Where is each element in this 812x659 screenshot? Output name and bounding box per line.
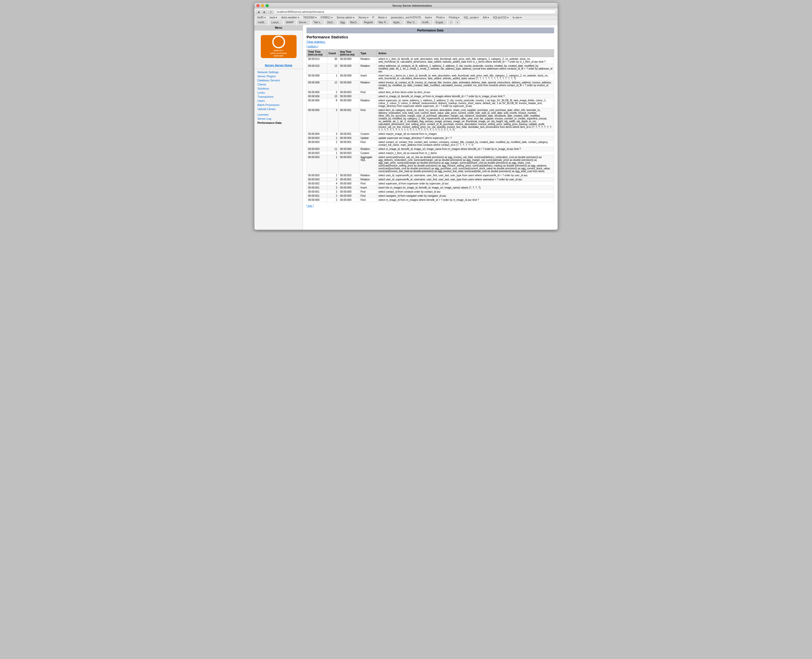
cell-avg: 00:00:001 bbox=[339, 108, 359, 132]
bm-0788911[interactable]: 0788911 ▾ bbox=[319, 16, 334, 19]
sidebar-item-licenses[interactable]: Licenses bbox=[254, 113, 303, 117]
stats-table: Total Time(mm:ss:ms) Count Avg Time(mm:s… bbox=[307, 49, 554, 202]
cell-count: 3 bbox=[327, 186, 339, 190]
cell-total: 00:00:008 bbox=[307, 80, 327, 90]
table-row: 00:00:004 3 00:00:001 Custom select max(… bbox=[307, 132, 554, 136]
cell-total: 00:00:003 bbox=[307, 140, 327, 147]
cell-total: 00:00:006 bbox=[307, 98, 327, 108]
bm-printing[interactable]: Printing ▾ bbox=[448, 16, 461, 19]
ext-register[interactable]: Register bbox=[362, 20, 375, 24]
bm-food[interactable]: food ▾ bbox=[424, 16, 433, 19]
cell-count: 2 bbox=[327, 194, 339, 198]
ext-digg[interactable]: digg bbox=[338, 20, 347, 24]
cell-avg: 00:00:000 bbox=[339, 181, 359, 186]
reload-button[interactable]: ↺ bbox=[268, 10, 273, 14]
cell-total: 00:00:001 bbox=[307, 190, 327, 194]
ext-lawye[interactable]: Lawye... bbox=[269, 20, 283, 24]
ext-mamp[interactable]: MAMP bbox=[284, 20, 296, 24]
sidebar-item-database-servers[interactable]: Database Servers bbox=[254, 78, 303, 82]
bm-tosee[interactable]: to see ▾ bbox=[511, 16, 522, 19]
logo-text: SERVOYAPPLICATIONSERVER bbox=[270, 49, 287, 57]
ext-maco[interactable]: Mac O... bbox=[405, 20, 419, 24]
close-button[interactable] bbox=[257, 4, 260, 7]
cell-avg: 00:00:008 bbox=[339, 74, 359, 80]
bm-stuff2[interactable]: Stuff2 ▾ bbox=[256, 16, 267, 19]
cell-avg: 00:00:003 bbox=[339, 155, 359, 173]
sidebar-item-upload-library[interactable]: Upload Library bbox=[254, 107, 303, 111]
ext-macs[interactable]: MacS... bbox=[348, 20, 360, 24]
sidebar-header: Menu bbox=[254, 25, 303, 30]
ext-unoffi[interactable]: Unoffi... bbox=[420, 20, 432, 24]
cell-count: 3 bbox=[327, 132, 339, 136]
cell-type: Find bbox=[359, 194, 377, 198]
bm-sqlcss[interactable]: SQL/js/CSS ▾ bbox=[492, 16, 510, 19]
bm-astro[interactable]: Astro weather ▾ bbox=[280, 16, 300, 19]
cell-avg: 00:00:001 bbox=[339, 140, 359, 147]
sidebar-item-solutions[interactable]: Solutions bbox=[254, 87, 303, 91]
sidebar-home-link[interactable]: Servoy Server Home bbox=[254, 63, 303, 68]
sidebar: Menu SERVOYAPPLICATIONSERVER Servoy Serv… bbox=[254, 25, 303, 230]
bm-sql[interactable]: SQL, jscript ▾ bbox=[463, 16, 480, 19]
cell-type: Find bbox=[359, 140, 377, 147]
sidebar-item-server-plugins[interactable]: Server Plugins bbox=[254, 74, 303, 78]
bm-music[interactable]: Music ▾ bbox=[377, 16, 388, 19]
cell-type: Find bbox=[359, 90, 377, 95]
ext-blot1[interactable]: blot1... bbox=[326, 20, 337, 24]
cell-total: 00:00:010 bbox=[307, 64, 327, 74]
bm-book[interactable]: book ▾ bbox=[269, 16, 278, 19]
ext-add[interactable]: + bbox=[455, 20, 460, 24]
table-row: 00:00:003 11 00:00:000 Relation select m… bbox=[307, 147, 554, 151]
cell-type: Relation bbox=[359, 178, 377, 181]
ext-talk[interactable]: Talk e... bbox=[312, 20, 324, 24]
cell-type: Custom bbox=[359, 151, 377, 155]
sidebar-item-network-settings[interactable]: Network Settings bbox=[254, 70, 303, 74]
table-row: 00:00:013 30 00:00:000 Relation select m… bbox=[307, 57, 554, 64]
ext-engad[interactable]: Engad... bbox=[434, 20, 447, 24]
top-link[interactable]: [ top ] bbox=[307, 204, 314, 207]
cell-avg: 00:00:000 bbox=[339, 95, 359, 98]
sidebar-item-clients[interactable]: Clients bbox=[254, 82, 303, 87]
col-header-total: Total Time(mm:ss:ms) bbox=[307, 50, 327, 57]
sidebar-item-performance-data[interactable]: Performance Data bbox=[254, 121, 303, 125]
ext-more[interactable]: » bbox=[448, 20, 453, 24]
ext-reddit[interactable]: reddit... bbox=[256, 20, 268, 24]
bm-servoy[interactable]: Servoy ▾ bbox=[357, 16, 370, 19]
cell-action: select navigator_id from navigator order… bbox=[377, 194, 554, 198]
bm-photo[interactable]: Photo ▾ bbox=[435, 16, 445, 19]
cell-count: 1 bbox=[327, 74, 339, 80]
url-bar[interactable] bbox=[274, 9, 556, 14]
table-row: 00:00:010 12 00:00:000 Relation select a… bbox=[307, 64, 554, 74]
bm-servoy-admin[interactable]: Servoy admin ▾ bbox=[336, 16, 356, 19]
sidebar-item-transactions[interactable]: Transactions bbox=[254, 95, 303, 99]
table-row: 00:00:004 1 00:00:004 Update update supe… bbox=[307, 136, 554, 140]
bm-aa[interactable]: A/A ▾ bbox=[482, 16, 490, 19]
cell-action: select item_id, category, stock_no, stoc… bbox=[377, 108, 554, 132]
ext-apple[interactable]: Apple... bbox=[392, 20, 404, 24]
cell-action: select m_image_id, itemsfk_id, image_url… bbox=[377, 147, 554, 151]
bm-78202064[interactable]: 78202064 ▾ bbox=[302, 16, 318, 19]
cell-type bbox=[359, 95, 377, 98]
cell-avg: 00:00:003 bbox=[339, 151, 359, 155]
performance-content: Performance Data Performance Statistics … bbox=[303, 25, 558, 230]
ext-server[interactable]: Server... bbox=[297, 20, 310, 24]
sidebar-item-server-log[interactable]: Server Log bbox=[254, 117, 303, 121]
bm-p[interactable]: P bbox=[371, 16, 375, 19]
cell-action: select m_image_id, itemsfk_id, image_url… bbox=[377, 95, 554, 98]
bottom-link[interactable]: [ bottom ] bbox=[307, 45, 318, 48]
back-button[interactable]: ◀ bbox=[256, 10, 261, 14]
maximize-button[interactable] bbox=[266, 4, 269, 7]
ext-macr[interactable]: Mac R... bbox=[377, 20, 390, 24]
cell-avg: 00:00:003 bbox=[339, 173, 359, 178]
cell-action: select addresse_id, contacts_id_fk, addr… bbox=[377, 64, 554, 74]
table-row: 00:00:001 2 00:00:000 Find select naviga… bbox=[307, 194, 554, 198]
minimize-button[interactable] bbox=[261, 4, 264, 7]
clear-statistics-link[interactable]: Clear statistics. bbox=[307, 40, 554, 43]
forward-button[interactable]: ▶ bbox=[262, 10, 267, 14]
browser-toolbar: ◀ ▶ ↺ bbox=[254, 8, 558, 15]
sidebar-item-users[interactable]: Users bbox=[254, 99, 303, 103]
bm-javascript[interactable]: javascript:v...ext;%7D%7D bbox=[390, 16, 422, 19]
cell-avg: 00:00:000 bbox=[339, 98, 359, 108]
sidebar-item-batch-processors[interactable]: Batch Processors bbox=[254, 103, 303, 107]
cell-count: 12 bbox=[327, 64, 339, 74]
sidebar-item-locks[interactable]: Locks bbox=[254, 91, 303, 95]
